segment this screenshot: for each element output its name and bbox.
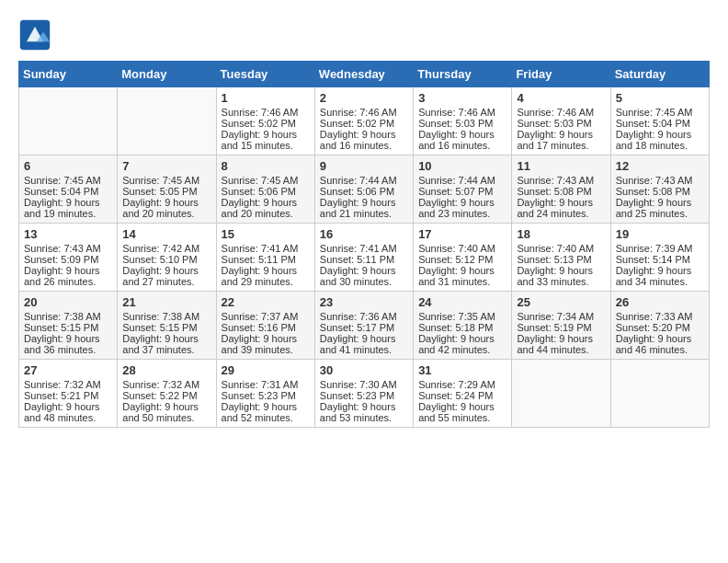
calendar-week-row: 20Sunrise: 7:38 AMSunset: 5:15 PMDayligh… (19, 292, 710, 360)
sunset-text: Sunset: 5:12 PM (418, 254, 493, 265)
calendar-cell: 15Sunrise: 7:41 AMSunset: 5:11 PMDayligh… (216, 224, 314, 292)
logo-icon (18, 18, 51, 52)
logo (18, 18, 55, 52)
sunset-text: Sunset: 5:11 PM (320, 254, 394, 265)
day-header-saturday: Saturday (610, 62, 709, 87)
sunrise-text: Sunrise: 7:45 AM (122, 175, 199, 186)
sunset-text: Sunset: 5:06 PM (320, 186, 394, 197)
calendar-cell: 3Sunrise: 7:46 AMSunset: 5:03 PMDaylight… (414, 87, 512, 155)
sunrise-text: Sunrise: 7:46 AM (320, 107, 397, 118)
calendar-cell: 17Sunrise: 7:40 AMSunset: 5:12 PMDayligh… (414, 224, 512, 292)
calendar-cell: 26Sunrise: 7:33 AMSunset: 5:20 PMDayligh… (610, 292, 709, 360)
calendar-cell: 31Sunrise: 7:29 AMSunset: 5:24 PMDayligh… (414, 360, 512, 428)
sunset-text: Sunset: 5:21 PM (24, 390, 98, 401)
daylight-text: Daylight: 9 hours and 20 minutes. (122, 197, 199, 219)
daylight-text: Daylight: 9 hours and 52 minutes. (222, 401, 298, 423)
sunrise-text: Sunrise: 7:45 AM (616, 107, 693, 118)
day-number: 8 (222, 159, 310, 173)
sunrise-text: Sunrise: 7:46 AM (517, 107, 594, 118)
calendar-cell: 22Sunrise: 7:37 AMSunset: 5:16 PMDayligh… (216, 292, 314, 360)
sunrise-text: Sunrise: 7:43 AM (616, 175, 693, 186)
sunrise-text: Sunrise: 7:45 AM (24, 175, 101, 186)
day-number: 5 (616, 91, 704, 105)
sunset-text: Sunset: 5:23 PM (320, 390, 394, 401)
sunset-text: Sunset: 5:09 PM (24, 254, 98, 265)
calendar-header-row: SundayMondayTuesdayWednesdayThursdayFrid… (19, 62, 710, 87)
sunset-text: Sunset: 5:05 PM (122, 186, 197, 197)
calendar-cell: 28Sunrise: 7:32 AMSunset: 5:22 PMDayligh… (118, 360, 216, 428)
calendar-cell: 24Sunrise: 7:35 AMSunset: 5:18 PMDayligh… (414, 292, 512, 360)
sunrise-text: Sunrise: 7:41 AM (320, 243, 397, 254)
sunrise-text: Sunrise: 7:38 AM (122, 311, 199, 322)
daylight-text: Daylight: 9 hours and 44 minutes. (517, 333, 593, 355)
day-number: 14 (122, 227, 210, 241)
day-number: 21 (122, 295, 210, 309)
day-number: 22 (222, 295, 310, 309)
day-number: 4 (517, 91, 605, 105)
day-number: 15 (222, 227, 310, 241)
sunrise-text: Sunrise: 7:33 AM (616, 311, 693, 322)
sunset-text: Sunset: 5:24 PM (418, 390, 493, 401)
day-number: 9 (320, 159, 408, 173)
day-number: 25 (517, 295, 605, 309)
calendar-cell: 1Sunrise: 7:46 AMSunset: 5:02 PMDaylight… (216, 87, 314, 155)
daylight-text: Daylight: 9 hours and 46 minutes. (616, 333, 692, 355)
sunrise-text: Sunrise: 7:42 AM (122, 243, 199, 254)
calendar-cell: 9Sunrise: 7:44 AMSunset: 5:06 PMDaylight… (314, 155, 413, 224)
day-number: 7 (122, 159, 210, 173)
sunset-text: Sunset: 5:07 PM (418, 186, 493, 197)
day-number: 11 (517, 159, 605, 173)
day-number: 10 (418, 159, 506, 173)
sunrise-text: Sunrise: 7:46 AM (222, 107, 299, 118)
daylight-text: Daylight: 9 hours and 18 minutes. (616, 129, 692, 151)
daylight-text: Daylight: 9 hours and 25 minutes. (616, 197, 692, 219)
day-number: 16 (320, 227, 408, 241)
daylight-text: Daylight: 9 hours and 41 minutes. (320, 333, 396, 355)
calendar-cell: 4Sunrise: 7:46 AMSunset: 5:03 PMDaylight… (512, 87, 610, 155)
calendar-cell: 11Sunrise: 7:43 AMSunset: 5:08 PMDayligh… (512, 155, 610, 224)
sunrise-text: Sunrise: 7:38 AM (24, 311, 101, 322)
calendar-cell: 6Sunrise: 7:45 AMSunset: 5:04 PMDaylight… (19, 155, 118, 224)
calendar-cell (118, 87, 216, 155)
daylight-text: Daylight: 9 hours and 26 minutes. (24, 265, 100, 287)
sunset-text: Sunset: 5:04 PM (616, 118, 690, 129)
sunset-text: Sunset: 5:04 PM (24, 186, 98, 197)
day-number: 20 (24, 295, 112, 309)
day-number: 30 (320, 363, 408, 377)
daylight-text: Daylight: 9 hours and 29 minutes. (222, 265, 298, 287)
sunrise-text: Sunrise: 7:43 AM (517, 175, 594, 186)
sunrise-text: Sunrise: 7:45 AM (222, 175, 299, 186)
day-number: 28 (122, 363, 210, 377)
calendar-week-row: 1Sunrise: 7:46 AMSunset: 5:02 PMDaylight… (19, 87, 710, 155)
sunset-text: Sunset: 5:08 PM (616, 186, 690, 197)
day-header-wednesday: Wednesday (314, 62, 413, 87)
daylight-text: Daylight: 9 hours and 37 minutes. (122, 333, 199, 355)
sunset-text: Sunset: 5:23 PM (222, 390, 296, 401)
sunset-text: Sunset: 5:20 PM (616, 322, 690, 333)
calendar-cell: 5Sunrise: 7:45 AMSunset: 5:04 PMDaylight… (610, 87, 709, 155)
calendar-cell: 2Sunrise: 7:46 AMSunset: 5:02 PMDaylight… (314, 87, 413, 155)
day-number: 6 (24, 159, 112, 173)
sunrise-text: Sunrise: 7:32 AM (24, 379, 101, 390)
sunrise-text: Sunrise: 7:36 AM (320, 311, 397, 322)
calendar-week-row: 27Sunrise: 7:32 AMSunset: 5:21 PMDayligh… (19, 360, 710, 428)
sunset-text: Sunset: 5:11 PM (222, 254, 296, 265)
sunrise-text: Sunrise: 7:39 AM (616, 243, 693, 254)
day-number: 13 (24, 227, 112, 241)
day-number: 3 (418, 91, 506, 105)
sunrise-text: Sunrise: 7:31 AM (222, 379, 299, 390)
calendar-cell: 27Sunrise: 7:32 AMSunset: 5:21 PMDayligh… (19, 360, 118, 428)
sunrise-text: Sunrise: 7:41 AM (222, 243, 299, 254)
header (18, 18, 710, 52)
sunset-text: Sunset: 5:13 PM (517, 254, 591, 265)
sunset-text: Sunset: 5:18 PM (418, 322, 493, 333)
daylight-text: Daylight: 9 hours and 48 minutes. (24, 401, 100, 423)
daylight-text: Daylight: 9 hours and 36 minutes. (24, 333, 100, 355)
calendar-cell: 21Sunrise: 7:38 AMSunset: 5:15 PMDayligh… (118, 292, 216, 360)
day-header-friday: Friday (512, 62, 610, 87)
sunrise-text: Sunrise: 7:30 AM (320, 379, 397, 390)
calendar-cell: 14Sunrise: 7:42 AMSunset: 5:10 PMDayligh… (118, 224, 216, 292)
daylight-text: Daylight: 9 hours and 24 minutes. (517, 197, 593, 219)
daylight-text: Daylight: 9 hours and 16 minutes. (418, 129, 495, 151)
calendar-cell: 12Sunrise: 7:43 AMSunset: 5:08 PMDayligh… (610, 155, 709, 224)
